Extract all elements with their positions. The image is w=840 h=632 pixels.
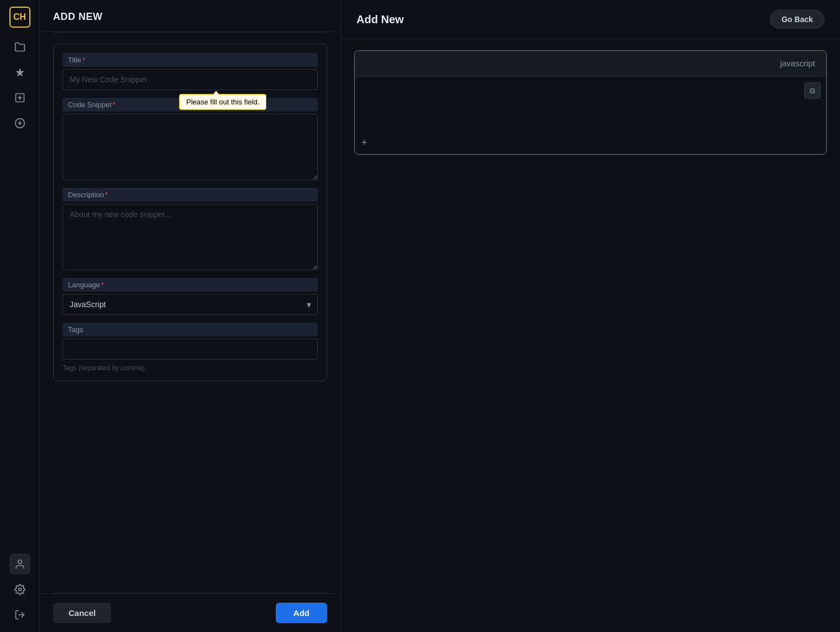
right-panel-title: Add New — [356, 13, 404, 26]
sidebar: CH — [0, 0, 40, 632]
form-outer: Title* Please fill out this field. Code … — [53, 44, 327, 381]
title-input[interactable] — [62, 69, 318, 90]
tags-hint: Tags (separated by comma). — [62, 364, 318, 372]
cancel-button[interactable]: Cancel — [53, 603, 111, 623]
preview-card-body: ⧉ + — [355, 77, 826, 154]
title-field-group: Title* Please fill out this field. — [62, 53, 318, 90]
app-logo[interactable]: CH — [9, 7, 30, 28]
svg-point-6 — [18, 560, 22, 564]
description-field-group: Description* — [62, 188, 318, 270]
preview-area: javascript ⧉ + — [341, 39, 840, 632]
right-panel-header: Add New Go Back — [341, 0, 840, 39]
tags-input[interactable] — [62, 339, 318, 360]
tags-field-group: Tags Tags (separated by comma). — [62, 323, 318, 372]
language-label: Language* — [62, 278, 318, 292]
preview-card-header: javascript — [355, 51, 826, 77]
user-avatar[interactable] — [9, 554, 30, 575]
preview-add-button[interactable]: + — [361, 137, 368, 149]
description-textarea[interactable] — [62, 204, 318, 270]
title-label: Title* — [62, 53, 318, 67]
sidebar-item-sparkle[interactable] — [9, 62, 30, 83]
svg-point-7 — [18, 588, 21, 591]
language-badge: javascript — [780, 59, 815, 68]
settings-icon[interactable] — [9, 579, 30, 600]
copy-button[interactable]: ⧉ — [804, 82, 821, 99]
form-container: Title* Please fill out this field. Code … — [40, 33, 340, 593]
title-input-wrapper: Please fill out this field. — [62, 69, 318, 90]
language-field-group: Language* JavaScript Python TypeScript C… — [62, 278, 318, 315]
add-button[interactable]: Add — [276, 603, 327, 623]
code-snippet-label: Code Snippet* — [62, 98, 318, 112]
language-select[interactable]: JavaScript Python TypeScript CSS HTML Ru… — [62, 294, 318, 315]
logout-icon[interactable] — [9, 604, 30, 625]
page-title: ADD NEW — [53, 11, 327, 23]
left-panel: ADD NEW Title* Please fill out this fiel… — [40, 0, 341, 632]
sidebar-item-add2[interactable] — [9, 113, 30, 134]
sidebar-item-folder[interactable] — [9, 36, 30, 57]
form-actions: Cancel Add — [40, 593, 340, 632]
code-snippet-field-group: Code Snippet* — [62, 98, 318, 180]
left-panel-header: ADD NEW — [40, 0, 340, 32]
preview-card: javascript ⧉ + — [354, 50, 827, 155]
language-select-wrapper: JavaScript Python TypeScript CSS HTML Ru… — [62, 294, 318, 315]
sidebar-item-add1[interactable] — [9, 87, 30, 108]
right-panel: Add New Go Back javascript ⧉ + — [341, 0, 840, 632]
description-label: Description* — [62, 188, 318, 202]
tags-label: Tags — [62, 323, 318, 336]
code-snippet-textarea[interactable] — [62, 114, 318, 180]
go-back-button[interactable]: Go Back — [770, 10, 825, 29]
